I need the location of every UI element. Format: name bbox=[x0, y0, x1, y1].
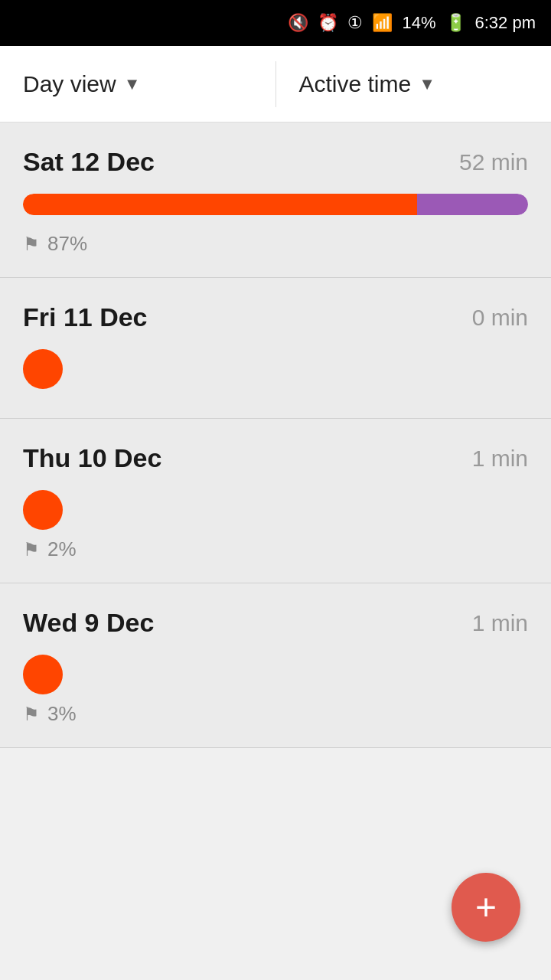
mute-icon: 🔇 bbox=[288, 13, 308, 33]
day-card[interactable]: Sat 12 Dec52 min⚑87% bbox=[0, 122, 551, 278]
flag-icon: ⚑ bbox=[23, 704, 40, 725]
battery-icon: 🔋 bbox=[445, 13, 466, 33]
add-button[interactable]: + bbox=[452, 873, 520, 942]
activity-dot bbox=[23, 349, 63, 389]
notification-icon: ① bbox=[347, 13, 363, 33]
activity-dot bbox=[23, 490, 63, 530]
battery-percent: 14% bbox=[402, 13, 435, 33]
flag-icon: ⚑ bbox=[23, 234, 40, 255]
day-header: Fri 11 Dec0 min bbox=[23, 302, 528, 332]
signal-icon: 📶 bbox=[372, 13, 393, 33]
days-list: Sat 12 Dec52 min⚑87%Fri 11 Dec0 minThu 1… bbox=[0, 122, 551, 748]
status-bar: 🔇 ⏰ ① 📶 14% 🔋 6:32 pm bbox=[0, 0, 551, 46]
day-header: Sat 12 Dec52 min bbox=[23, 147, 528, 177]
day-duration: 52 min bbox=[459, 149, 528, 175]
flag-percent: 2% bbox=[47, 537, 77, 561]
clock: 6:32 pm bbox=[475, 13, 536, 33]
activity-dot bbox=[23, 655, 63, 694]
day-title: Wed 9 Dec bbox=[23, 608, 154, 638]
flag-row: ⚑3% bbox=[23, 702, 528, 726]
progress-orange-segment bbox=[23, 194, 417, 215]
day-card[interactable]: Wed 9 Dec1 min⚑3% bbox=[0, 583, 551, 748]
view-dropdown-arrow: ▼ bbox=[124, 74, 141, 94]
view-dropdown[interactable]: Day view ▼ bbox=[0, 71, 276, 97]
flag-percent: 87% bbox=[47, 232, 87, 256]
day-duration: 1 min bbox=[472, 610, 528, 636]
day-duration: 1 min bbox=[472, 446, 528, 472]
day-duration: 0 min bbox=[472, 305, 528, 331]
progress-purple-segment bbox=[417, 194, 528, 215]
add-icon: + bbox=[475, 889, 497, 926]
metric-dropdown-label: Active time bbox=[299, 71, 412, 97]
flag-percent: 3% bbox=[47, 702, 77, 726]
metric-dropdown-arrow: ▼ bbox=[419, 74, 435, 94]
day-card[interactable]: Thu 10 Dec1 min⚑2% bbox=[0, 419, 551, 583]
day-title: Thu 10 Dec bbox=[23, 443, 161, 473]
day-card[interactable]: Fri 11 Dec0 min bbox=[0, 278, 551, 419]
flag-icon: ⚑ bbox=[23, 539, 40, 560]
day-title: Sat 12 Dec bbox=[23, 147, 155, 177]
flag-row: ⚑2% bbox=[23, 537, 528, 561]
top-bar: Day view ▼ Active time ▼ bbox=[0, 46, 551, 122]
day-header: Thu 10 Dec1 min bbox=[23, 443, 528, 473]
day-header: Wed 9 Dec1 min bbox=[23, 608, 528, 638]
metric-dropdown[interactable]: Active time ▼ bbox=[276, 71, 552, 97]
flag-row: ⚑87% bbox=[23, 232, 528, 256]
progress-bar bbox=[23, 194, 528, 215]
day-title: Fri 11 Dec bbox=[23, 302, 148, 332]
view-dropdown-label: Day view bbox=[23, 71, 116, 97]
alarm-icon: ⏰ bbox=[318, 13, 338, 33]
